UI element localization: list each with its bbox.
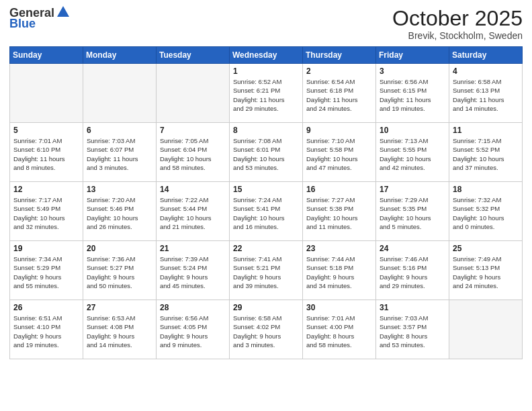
day-info: Sunrise: 7:39 AM Sunset: 5:24 PM Dayligh… bbox=[160, 255, 226, 290]
calendar-cell: 15Sunrise: 7:24 AM Sunset: 5:41 PM Dayli… bbox=[230, 182, 303, 241]
day-number: 28 bbox=[160, 303, 226, 312]
calendar-cell: 3Sunrise: 6:56 AM Sunset: 6:15 PM Daylig… bbox=[376, 64, 449, 123]
day-number: 10 bbox=[380, 126, 445, 135]
calendar-cell: 24Sunrise: 7:46 AM Sunset: 5:16 PM Dayli… bbox=[376, 241, 449, 300]
calendar-cell: 2Sunrise: 6:54 AM Sunset: 6:18 PM Daylig… bbox=[303, 64, 376, 123]
calendar-cell bbox=[10, 64, 83, 123]
day-number: 22 bbox=[233, 244, 299, 253]
day-info: Sunrise: 7:27 AM Sunset: 5:38 PM Dayligh… bbox=[306, 195, 372, 231]
day-info: Sunrise: 7:24 AM Sunset: 5:41 PM Dayligh… bbox=[233, 195, 299, 231]
calendar-cell: 26Sunrise: 6:51 AM Sunset: 4:10 PM Dayli… bbox=[10, 300, 83, 359]
calendar-cell: 4Sunrise: 6:58 AM Sunset: 6:13 PM Daylig… bbox=[449, 64, 523, 123]
calendar-cell bbox=[157, 64, 230, 123]
day-number: 29 bbox=[233, 303, 299, 312]
calendar-cell: 31Sunrise: 7:03 AM Sunset: 3:57 PM Dayli… bbox=[376, 300, 449, 359]
weekday-header-row: SundayMondayTuesdayWednesdayThursdayFrid… bbox=[10, 47, 523, 64]
calendar-cell: 29Sunrise: 6:58 AM Sunset: 4:02 PM Dayli… bbox=[230, 300, 303, 359]
day-info: Sunrise: 7:03 AM Sunset: 6:07 PM Dayligh… bbox=[87, 136, 152, 172]
day-info: Sunrise: 7:41 AM Sunset: 5:21 PM Dayligh… bbox=[233, 255, 299, 290]
day-info: Sunrise: 6:52 AM Sunset: 6:21 PM Dayligh… bbox=[233, 77, 299, 113]
calendar-cell: 5Sunrise: 7:01 AM Sunset: 6:10 PM Daylig… bbox=[10, 123, 83, 182]
day-info: Sunrise: 7:44 AM Sunset: 5:18 PM Dayligh… bbox=[306, 255, 372, 290]
day-number: 9 bbox=[306, 126, 372, 135]
location: Brevik, Stockholm, Sweden bbox=[392, 30, 523, 41]
day-info: Sunrise: 6:58 AM Sunset: 6:13 PM Dayligh… bbox=[453, 77, 519, 113]
weekday-header-wednesday: Wednesday bbox=[230, 47, 303, 64]
day-number: 8 bbox=[233, 126, 299, 135]
day-info: Sunrise: 7:34 AM Sunset: 5:29 PM Dayligh… bbox=[13, 255, 79, 290]
day-info: Sunrise: 6:56 AM Sunset: 4:05 PM Dayligh… bbox=[160, 314, 226, 349]
day-number: 19 bbox=[13, 244, 79, 253]
weekday-header-monday: Monday bbox=[83, 47, 157, 64]
day-number: 7 bbox=[160, 126, 226, 135]
day-info: Sunrise: 6:56 AM Sunset: 6:15 PM Dayligh… bbox=[380, 77, 445, 113]
day-number: 31 bbox=[380, 303, 445, 312]
day-number: 20 bbox=[87, 244, 152, 253]
day-number: 25 bbox=[453, 244, 519, 253]
day-number: 15 bbox=[233, 185, 299, 194]
day-number: 26 bbox=[13, 303, 79, 312]
week-row-1: 1Sunrise: 6:52 AM Sunset: 6:21 PM Daylig… bbox=[10, 64, 523, 123]
calendar-cell: 21Sunrise: 7:39 AM Sunset: 5:24 PM Dayli… bbox=[157, 241, 230, 300]
calendar-cell: 9Sunrise: 7:10 AM Sunset: 5:58 PM Daylig… bbox=[303, 123, 376, 182]
day-number: 11 bbox=[453, 126, 519, 135]
day-number: 18 bbox=[453, 185, 519, 194]
month-title: October 2025 bbox=[392, 7, 523, 30]
calendar-cell: 12Sunrise: 7:17 AM Sunset: 5:49 PM Dayli… bbox=[10, 182, 83, 241]
calendar-cell: 11Sunrise: 7:15 AM Sunset: 5:52 PM Dayli… bbox=[449, 123, 523, 182]
header: General Blue October 2025 Brevik, Stockh… bbox=[9, 7, 523, 41]
week-row-3: 12Sunrise: 7:17 AM Sunset: 5:49 PM Dayli… bbox=[10, 182, 523, 241]
day-info: Sunrise: 7:13 AM Sunset: 5:55 PM Dayligh… bbox=[380, 136, 445, 172]
calendar-cell: 7Sunrise: 7:05 AM Sunset: 6:04 PM Daylig… bbox=[157, 123, 230, 182]
week-row-4: 19Sunrise: 7:34 AM Sunset: 5:29 PM Dayli… bbox=[10, 241, 523, 300]
day-number: 30 bbox=[306, 303, 372, 312]
day-number: 17 bbox=[380, 185, 445, 194]
day-number: 14 bbox=[160, 185, 226, 194]
weekday-header-thursday: Thursday bbox=[303, 47, 376, 64]
svg-marker-0 bbox=[57, 6, 69, 17]
day-info: Sunrise: 7:29 AM Sunset: 5:35 PM Dayligh… bbox=[380, 195, 445, 231]
day-number: 13 bbox=[87, 185, 152, 194]
day-number: 21 bbox=[160, 244, 226, 253]
day-number: 12 bbox=[13, 185, 79, 194]
calendar-cell: 23Sunrise: 7:44 AM Sunset: 5:18 PM Dayli… bbox=[303, 241, 376, 300]
calendar-cell: 13Sunrise: 7:20 AM Sunset: 5:46 PM Dayli… bbox=[83, 182, 157, 241]
day-info: Sunrise: 7:36 AM Sunset: 5:27 PM Dayligh… bbox=[87, 255, 152, 290]
day-info: Sunrise: 7:46 AM Sunset: 5:16 PM Dayligh… bbox=[380, 255, 445, 290]
day-number: 3 bbox=[380, 66, 445, 76]
day-info: Sunrise: 7:10 AM Sunset: 5:58 PM Dayligh… bbox=[306, 136, 372, 172]
page-container: General Blue October 2025 Brevik, Stockh… bbox=[0, 0, 532, 369]
day-info: Sunrise: 7:17 AM Sunset: 5:49 PM Dayligh… bbox=[13, 195, 79, 231]
day-info: Sunrise: 7:08 AM Sunset: 6:01 PM Dayligh… bbox=[233, 136, 299, 172]
calendar-cell bbox=[449, 300, 523, 359]
day-info: Sunrise: 7:05 AM Sunset: 6:04 PM Dayligh… bbox=[160, 136, 226, 172]
calendar-cell: 10Sunrise: 7:13 AM Sunset: 5:55 PM Dayli… bbox=[376, 123, 449, 182]
day-info: Sunrise: 7:01 AM Sunset: 4:00 PM Dayligh… bbox=[306, 314, 372, 349]
calendar-cell: 28Sunrise: 6:56 AM Sunset: 4:05 PM Dayli… bbox=[157, 300, 230, 359]
weekday-header-friday: Friday bbox=[376, 47, 449, 64]
weekday-header-tuesday: Tuesday bbox=[157, 47, 230, 64]
calendar-table: SundayMondayTuesdayWednesdayThursdayFrid… bbox=[9, 46, 523, 359]
day-number: 2 bbox=[306, 66, 372, 76]
title-block: October 2025 Brevik, Stockholm, Sweden bbox=[392, 7, 523, 41]
day-number: 5 bbox=[13, 126, 79, 135]
day-number: 1 bbox=[233, 66, 299, 76]
logo-text-blue: Blue bbox=[9, 17, 36, 31]
day-number: 16 bbox=[306, 185, 372, 194]
calendar-cell: 20Sunrise: 7:36 AM Sunset: 5:27 PM Dayli… bbox=[83, 241, 157, 300]
calendar-cell: 25Sunrise: 7:49 AM Sunset: 5:13 PM Dayli… bbox=[449, 241, 523, 300]
day-number: 23 bbox=[306, 244, 372, 253]
day-info: Sunrise: 7:32 AM Sunset: 5:32 PM Dayligh… bbox=[453, 195, 519, 231]
day-info: Sunrise: 7:22 AM Sunset: 5:44 PM Dayligh… bbox=[160, 195, 226, 231]
calendar-cell: 14Sunrise: 7:22 AM Sunset: 5:44 PM Dayli… bbox=[157, 182, 230, 241]
day-info: Sunrise: 7:49 AM Sunset: 5:13 PM Dayligh… bbox=[453, 255, 519, 290]
day-info: Sunrise: 7:20 AM Sunset: 5:46 PM Dayligh… bbox=[87, 195, 152, 231]
logo: General Blue bbox=[9, 7, 71, 31]
day-info: Sunrise: 6:54 AM Sunset: 6:18 PM Dayligh… bbox=[306, 77, 372, 113]
calendar-cell: 16Sunrise: 7:27 AM Sunset: 5:38 PM Dayli… bbox=[303, 182, 376, 241]
day-number: 6 bbox=[87, 126, 152, 135]
calendar-cell: 22Sunrise: 7:41 AM Sunset: 5:21 PM Dayli… bbox=[230, 241, 303, 300]
calendar-cell bbox=[83, 64, 157, 123]
day-info: Sunrise: 7:15 AM Sunset: 5:52 PM Dayligh… bbox=[453, 136, 519, 172]
calendar-cell: 17Sunrise: 7:29 AM Sunset: 5:35 PM Dayli… bbox=[376, 182, 449, 241]
